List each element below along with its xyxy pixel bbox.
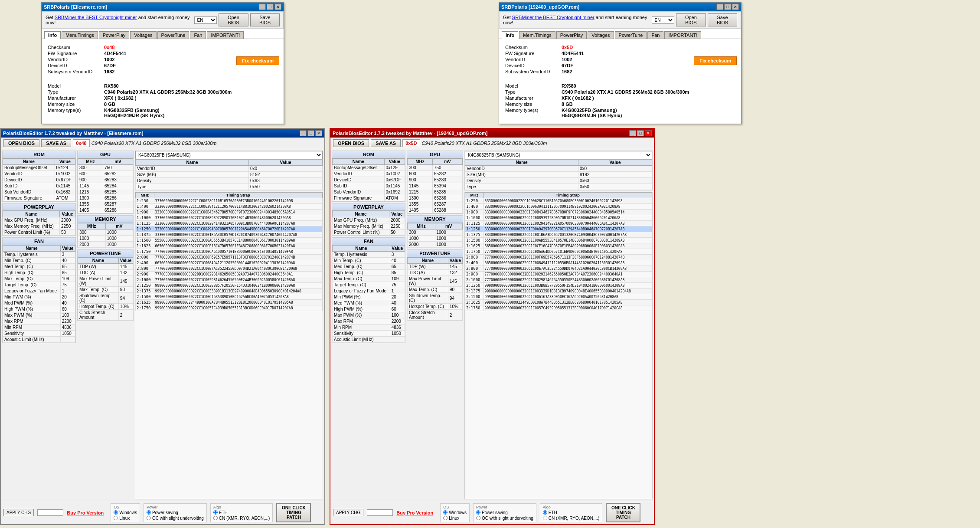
- table-row[interactable]: 1:9003330000000000000022CC1C00B434627B05…: [465, 210, 652, 215]
- lang-select-left[interactable]: EN: [194, 16, 217, 24]
- fix-checksum-button-left[interactable]: Fix checksum: [236, 56, 279, 65]
- polaris-open-bios-left[interactable]: OPEN BIOS: [3, 139, 39, 147]
- maximize-button-right[interactable]: □: [724, 4, 731, 10]
- polaris-maximize-left[interactable]: □: [307, 130, 314, 136]
- tab-powertune-right[interactable]: PowerTune: [615, 31, 647, 39]
- table-row[interactable]: 1:150055500000000000000022CC1C00AD5553B4…: [136, 238, 323, 243]
- table-row[interactable]: 2:40066560000000000000022CC1C00849412112…: [136, 260, 323, 266]
- tab-fan-right[interactable]: Fan: [647, 31, 663, 39]
- table-row[interactable]: 1:137533300000000000000022CC1C001B6A3DC0…: [465, 232, 652, 238]
- polaris-minimize-left[interactable]: _: [300, 130, 307, 136]
- promo-link-left[interactable]: SRBMiner the BEST Cryptonight miner: [55, 15, 137, 20]
- lang-select-right[interactable]: EN: [652, 16, 674, 24]
- os-linux-right[interactable]: Linux: [443, 516, 467, 521]
- table-row[interactable]: 2:1625999000000000000022449D00108A7B44B0…: [465, 300, 652, 305]
- table-row[interactable]: 1:175077700000000000000022CC1C006A64DD05…: [465, 249, 652, 255]
- table-row[interactable]: 2:100077700000000000000022CC1C0029814626…: [136, 277, 323, 283]
- tab-important-left[interactable]: IMPORTANT!: [207, 31, 244, 39]
- table-row[interactable]: 2:80077700000000000000022CC1C00E7AC35224…: [465, 266, 652, 272]
- apply-chg-input-left[interactable]: [37, 509, 63, 516]
- polaris-minimize-right[interactable]: _: [629, 130, 636, 136]
- os-windows-right[interactable]: Windows: [443, 510, 467, 515]
- table-row[interactable]: 2:40066560000000000000022CC1C00849412112…: [465, 260, 652, 266]
- table-row[interactable]: 1:400333000000000000022CC1C0063941211205…: [136, 204, 323, 210]
- table-row[interactable]: 2:1625999000000000000022449D00108A7B44B0…: [136, 300, 323, 305]
- tab-info-left[interactable]: Info: [44, 31, 61, 39]
- table-row[interactable]: 1:100033300000000000000022CC1C00893972B9…: [465, 215, 652, 221]
- table-row[interactable]: 2:90077700000000000000022DD1C00293146265…: [465, 272, 652, 277]
- table-row[interactable]: 2:80077700000000000000022CC1C00E7AC35224…: [136, 266, 323, 272]
- minimize-button-right[interactable]: _: [716, 4, 723, 10]
- table-row[interactable]: 2:00077700000000000000022CC1C00F69E57E59…: [465, 255, 652, 260]
- close-button-left[interactable]: ✕: [274, 4, 281, 10]
- table-row[interactable]: 2:150099900000000000000022CC1C006163A389…: [136, 294, 323, 300]
- fix-checksum-button-right[interactable]: Fix checksum: [694, 56, 737, 65]
- one-click-button-right[interactable]: ONE CLICK TIMINGPATCH: [606, 503, 640, 522]
- algo-cn-right[interactable]: CN (XMR, RYO, AEON,...): [543, 516, 600, 521]
- table-row[interactable]: 1:112533300000000000000022CC1C0029414932…: [465, 221, 652, 226]
- close-button-right[interactable]: ✕: [732, 4, 739, 10]
- polaris-close-right[interactable]: ✕: [645, 130, 652, 136]
- polaris-save-as-left[interactable]: SAVE AS: [41, 139, 71, 147]
- save-bios-button-right[interactable]: Save BIOS: [708, 13, 737, 26]
- table-row[interactable]: 2:125099900000000000000022CC1C003B8B57F2…: [136, 283, 323, 289]
- tab-info-right[interactable]: Info: [502, 31, 518, 39]
- buy-pro-left[interactable]: Buy Pro Version: [67, 510, 104, 515]
- power-saving-left[interactable]: Power saving: [147, 510, 204, 515]
- timing-selected-row-left[interactable]: 1:12503330000000000000022CC1C00A943970B0…: [136, 226, 323, 232]
- table-row[interactable]: 2:90077700000000000000022DD1C00293146265…: [136, 272, 323, 277]
- table-row[interactable]: 1:250333000000000000022CC1C00628C110B105…: [465, 198, 652, 204]
- tab-voltages-left[interactable]: Voltages: [130, 31, 156, 39]
- tab-important-right[interactable]: IMPORTANT!: [664, 31, 701, 39]
- power-saving-right[interactable]: Power saving: [476, 510, 533, 515]
- tab-voltages-right[interactable]: Voltages: [588, 31, 614, 39]
- open-bios-button-right[interactable]: Open BIOS: [676, 13, 706, 26]
- algo-eth-left[interactable]: ETH: [213, 510, 270, 515]
- algo-eth-right[interactable]: ETH: [543, 510, 600, 515]
- polaris-close-left[interactable]: ✕: [315, 130, 322, 136]
- polaris-maximize-right[interactable]: □: [637, 130, 644, 136]
- table-row[interactable]: 1:250333000000000000022CC1C00628C110B105…: [136, 198, 323, 204]
- table-row[interactable]: 1:175077700000000000000022CC1C006A64DD05…: [136, 249, 323, 255]
- polaris-save-as-right[interactable]: SAVE AS: [371, 139, 401, 147]
- table-row[interactable]: 2:100077700000000000000022CC1C0029814626…: [465, 277, 652, 283]
- table-row[interactable]: 2:137599900000000000000022CC1C003339D1B3…: [465, 289, 652, 294]
- table-row[interactable]: 2:175099900000000000000022CC1C0057C4939D…: [136, 305, 323, 311]
- minimize-button-left[interactable]: _: [259, 4, 266, 10]
- table-row[interactable]: 1:400333000000000000022CC1C0063941211205…: [465, 204, 652, 210]
- tab-powerplay-right[interactable]: PowerPlay: [556, 31, 587, 39]
- tab-powerplay-left[interactable]: PowerPlay: [99, 31, 130, 39]
- buy-pro-right[interactable]: Buy Pro Version: [396, 510, 433, 515]
- tab-powertune-left[interactable]: PowerTune: [157, 31, 189, 39]
- apply-chg-button-left[interactable]: APPLY CHG: [3, 509, 34, 516]
- tab-memtimings-right[interactable]: Mem.Timings: [519, 31, 555, 39]
- algo-cn-left[interactable]: CN (XMR, RYO, AEON,...): [213, 516, 270, 521]
- table-row[interactable]: 1:137533300000000000000022CC1C001B6A3DC0…: [136, 232, 323, 238]
- timing-selected-row-right[interactable]: 1:12503330000000000000022CC1C00A943970B0…: [465, 226, 652, 232]
- table-row[interactable]: 1:100033300000000000000022CC1C00893972B9…: [136, 215, 323, 221]
- os-windows-left[interactable]: Windows: [114, 510, 137, 515]
- apply-chg-input-right[interactable]: [367, 509, 393, 516]
- table-row[interactable]: 2:150099900000000000000022CC1C006163A389…: [465, 294, 652, 300]
- table-row[interactable]: 2:175099900000000000000022CC1C0057C4939D…: [465, 305, 652, 311]
- vram-select-left[interactable]: K4G80325FB (SAMSUNG): [135, 151, 323, 159]
- timing-scroll-left[interactable]: MHzTiming Strap 1:250333000000000000022C…: [135, 192, 323, 311]
- timing-scroll-right[interactable]: MHzTiming Strap 1:250333000000000000022C…: [465, 192, 652, 311]
- power-oc-left[interactable]: OC with slight undervolting: [147, 516, 204, 521]
- promo-link-right[interactable]: SRBMiner the BEST Cryptonight miner: [512, 15, 595, 20]
- apply-chg-button-right[interactable]: APPLY CHG: [333, 509, 363, 516]
- table-row[interactable]: 1:9003330000000000000022CC1C00B434627B05…: [136, 210, 323, 215]
- tab-fan-left[interactable]: Fan: [190, 31, 206, 39]
- polaris-open-bios-right[interactable]: OPEN BIOS: [333, 139, 369, 147]
- open-bios-button-left[interactable]: Open BIOS: [219, 13, 249, 26]
- table-row[interactable]: 2:125099900000000000000022CC1C003B8B57F2…: [465, 283, 652, 289]
- table-row[interactable]: 1:112533300000000000000022CC1C0029414932…: [136, 221, 323, 226]
- os-linux-left[interactable]: Linux: [114, 516, 137, 521]
- one-click-button-left[interactable]: ONE CLICK TIMINGPATCH: [276, 503, 311, 522]
- table-row[interactable]: 1:162566560000000000000022CC1C0CE16C47D0…: [465, 243, 652, 249]
- table-row[interactable]: 2:137599900000000000000022CC1C003339D1B3…: [136, 289, 323, 294]
- save-bios-button-left[interactable]: Save BIOS: [250, 13, 280, 26]
- table-row[interactable]: 2:00077700000000000000022CC1C00F69E57E59…: [136, 255, 323, 260]
- vram-select-right[interactable]: K4G80325FB (SAMSUNG): [465, 151, 652, 159]
- maximize-button-left[interactable]: □: [267, 4, 274, 10]
